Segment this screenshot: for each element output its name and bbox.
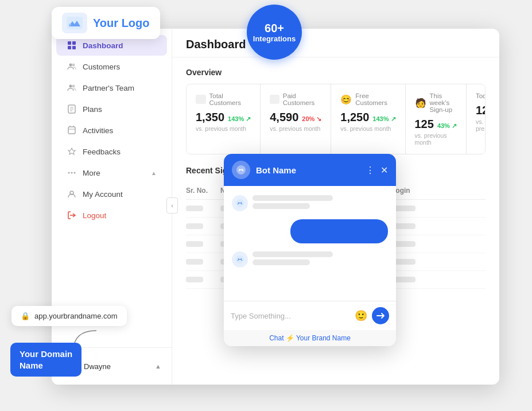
stat-label-weekly: 🧑 This week's Sign-up: [415, 92, 457, 113]
svg-rect-5: [72, 46, 76, 49]
sidebar-label-feedbacks: Feedbacks: [83, 148, 121, 156]
chat-footer: Type Something... 🙂: [224, 301, 396, 330]
logo-icon: [62, 13, 87, 33]
stat-label-today: Today's: [476, 92, 486, 99]
logo-box: Your Logo: [52, 7, 160, 39]
plans-icon: [67, 104, 77, 114]
weekly-emoji: 🧑: [415, 98, 426, 108]
svg-point-19: [68, 172, 70, 174]
integrations-label: Integrations: [253, 34, 296, 43]
domain-box: 🔒 app.yourbrandname.com: [11, 306, 127, 326]
chat-header-actions: ⋮ ✕: [366, 165, 388, 176]
sidebar-item-plans[interactable]: Plans: [56, 99, 167, 119]
emoji-btn[interactable]: 🙂: [355, 309, 367, 322]
msg-bubble-blue: [290, 219, 388, 243]
chat-input[interactable]: Type Something...: [231, 312, 350, 320]
svg-rect-0: [67, 17, 83, 29]
stat-sub-weekly: vs. previous month: [415, 132, 457, 146]
stat-today: Today's 125 vs. pre...: [467, 84, 486, 154]
feedbacks-icon: [67, 146, 77, 157]
svg-point-8: [69, 85, 72, 88]
chat-body: [224, 186, 396, 301]
msg-bot-avatar: [232, 195, 248, 211]
sidebar-item-customers[interactable]: Customers: [56, 56, 167, 77]
chat-bot-avatar: [232, 161, 250, 179]
user-chevron: ▲: [155, 363, 161, 370]
svg-point-27: [242, 169, 243, 170]
svg-point-30: [241, 202, 242, 203]
stat-label-free: 😊 Free Customers: [340, 92, 395, 106]
sidebar-label-plans: Plans: [83, 105, 102, 114]
account-icon: [67, 189, 77, 199]
chat-options-btn[interactable]: ⋮: [366, 165, 375, 176]
stat-free-customers: 😊 Free Customers 1,250 143% ↗ vs. previo…: [331, 84, 405, 154]
domain-name-label: Your Domain Name: [10, 343, 81, 377]
stat-value-paid: 4,590: [270, 111, 298, 124]
svg-point-1: [69, 24, 71, 26]
user-name: Dwayne: [84, 362, 111, 371]
stat-icon-paid: [270, 95, 279, 104]
stat-change-total: 143% ↗: [228, 115, 251, 123]
logout-icon: [67, 210, 77, 220]
stat-change-weekly: 43% ↗: [437, 122, 457, 130]
chat-close-btn[interactable]: ✕: [380, 165, 388, 176]
stat-sub-paid: vs. previous month: [270, 125, 321, 132]
svg-rect-4: [68, 46, 71, 49]
sidebar-item-partners-team[interactable]: Partner's Team: [56, 77, 167, 98]
activities-icon: [67, 125, 77, 135]
svg-point-33: [241, 258, 242, 259]
stat-value-total: 1,350: [196, 111, 224, 124]
sidebar-label-logout: Logout: [83, 211, 106, 220]
stat-label-total: Total Customers: [196, 92, 251, 106]
sidebar-item-more[interactable]: More ▲: [56, 162, 167, 183]
stat-change-free: 143% ↗: [372, 115, 395, 123]
chat-brand-text: Chat ⚡ Your Brand Name: [269, 334, 351, 342]
sidebar-label-partners-team: Partner's Team: [83, 84, 134, 92]
svg-point-9: [72, 85, 75, 88]
sidebar-label-my-account: My Account: [83, 190, 123, 199]
logo-text: Your Logo: [93, 17, 150, 30]
sidebar-item-activities[interactable]: Activities: [56, 120, 167, 141]
msg-bubble-left-2: [253, 251, 333, 265]
overview-label: Overview: [186, 68, 486, 77]
svg-marker-18: [68, 148, 75, 154]
stat-paid-customers: Paid Customers 4,590 20% ↘ vs. previous …: [261, 84, 331, 154]
svg-rect-14: [68, 127, 75, 134]
svg-rect-2: [68, 41, 71, 45]
stat-change-paid: 20% ↘: [302, 115, 321, 123]
svg-point-7: [72, 64, 75, 67]
svg-point-6: [69, 64, 72, 67]
svg-point-29: [238, 202, 239, 203]
sidebar-label-more: More: [83, 169, 100, 177]
stat-label-paid: Paid Customers: [270, 92, 321, 106]
integrations-count: 60+: [265, 22, 284, 34]
svg-point-20: [71, 172, 73, 174]
stat-sub-total: vs. previous month: [196, 125, 251, 132]
more-chevron: ▲: [151, 170, 157, 176]
stat-value-today: 125: [476, 104, 486, 117]
col-header-srno: Sr. No.: [186, 187, 215, 195]
sidebar-label-customers: Customers: [83, 63, 120, 71]
sidebar-item-feedbacks[interactable]: Feedbacks: [56, 141, 167, 162]
stat-value-free: 1,250: [340, 111, 369, 124]
sidebar-label-dashboard: Dashboard: [83, 41, 123, 50]
msg-bubble-left-1: [253, 195, 333, 209]
sidebar-item-my-account[interactable]: My Account: [56, 184, 167, 204]
lock-icon: 🔒: [21, 312, 30, 320]
sidebar-toggle[interactable]: ‹: [166, 197, 178, 214]
chat-bot-name: Bot Name: [256, 165, 360, 175]
sidebar-nav: Dashboard Customers: [52, 34, 172, 347]
msg-bot-avatar-2: [232, 251, 248, 267]
sidebar-item-logout[interactable]: Logout: [56, 205, 167, 226]
stat-weekly-signup: 🧑 This week's Sign-up 125 43% ↗ vs. prev…: [406, 84, 467, 154]
stat-value-weekly: 125: [415, 118, 434, 131]
page-title: Dashboard: [186, 38, 246, 51]
partners-icon: [67, 83, 77, 93]
free-emoji: 😊: [340, 94, 352, 105]
send-btn[interactable]: [372, 307, 389, 324]
chat-header: Bot Name ⋮ ✕: [224, 154, 396, 186]
chat-brand-footer: Chat ⚡ Your Brand Name: [224, 330, 396, 346]
more-icon: [67, 168, 77, 178]
chat-msg-left-1: [232, 195, 388, 211]
svg-point-21: [74, 172, 76, 174]
